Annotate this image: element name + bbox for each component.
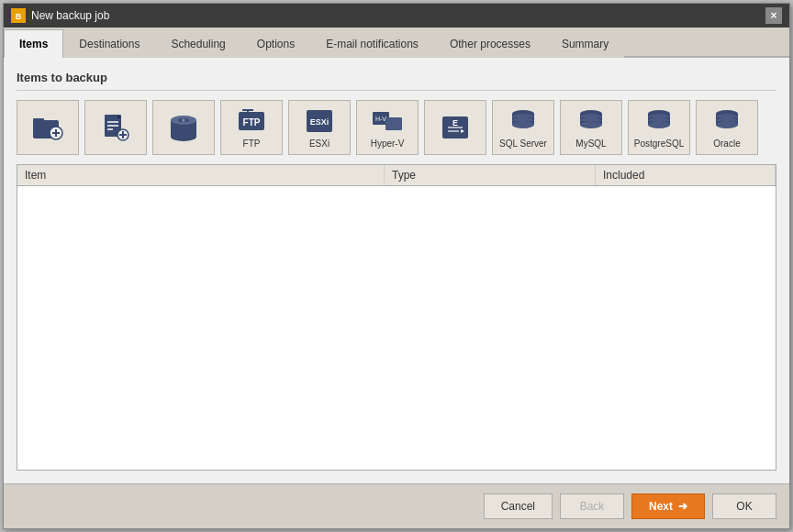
svg-text:H-V: H-V — [375, 116, 386, 122]
svg-point-47 — [580, 121, 602, 128]
icon-postgresql-label: PostgreSQL — [634, 139, 684, 149]
column-type: Type — [385, 165, 596, 185]
close-button[interactable]: × — [765, 7, 782, 24]
svg-rect-3 — [33, 118, 44, 122]
svg-point-61 — [716, 121, 738, 128]
main-window: B New backup job × Items Destinations Sc… — [3, 3, 790, 529]
icon-btn-folder-add[interactable] — [17, 100, 79, 155]
ok-button[interactable]: OK — [712, 493, 776, 519]
next-arrow-icon: ➔ — [678, 500, 687, 513]
back-button[interactable]: Back — [560, 493, 624, 519]
tab-options[interactable]: Options — [241, 29, 310, 58]
tab-other[interactable]: Other processes — [434, 29, 546, 58]
tab-summary[interactable]: Summary — [546, 29, 624, 58]
icon-mysql-label: MySQL — [575, 139, 606, 149]
svg-text:FTP: FTP — [243, 117, 261, 127]
icon-grid: FTP FTP ESXi ESXi H-V — [17, 100, 776, 155]
title-bar: B New backup job × — [4, 4, 789, 28]
table-body — [17, 186, 776, 470]
tab-destinations[interactable]: Destinations — [63, 29, 155, 58]
svg-text:ESXi: ESXi — [310, 117, 329, 127]
footer: Cancel Back Next ➔ OK — [4, 483, 789, 528]
tab-bar: Items Destinations Scheduling Options E-… — [4, 28, 789, 58]
icon-btn-exchange[interactable]: E — [424, 100, 486, 155]
svg-text:B: B — [16, 12, 22, 21]
svg-point-54 — [648, 121, 670, 128]
icon-btn-sqlserver[interactable]: SQL Server — [492, 100, 554, 155]
svg-point-40 — [512, 121, 534, 128]
svg-text:E: E — [452, 118, 458, 127]
window-title: New backup job — [31, 9, 109, 22]
icon-btn-file-add[interactable] — [84, 100, 147, 155]
app-icon: B — [11, 8, 26, 23]
svg-rect-27 — [385, 117, 402, 130]
icon-sqlserver-label: SQL Server — [499, 139, 547, 149]
icon-btn-disk-image[interactable] — [152, 100, 215, 155]
next-button[interactable]: Next ➔ — [631, 493, 705, 519]
svg-point-19 — [183, 119, 185, 122]
icon-hyperv-label: Hyper-V — [371, 139, 405, 149]
icon-btn-mysql[interactable]: MySQL — [560, 100, 622, 155]
tab-scheduling[interactable]: Scheduling — [155, 29, 240, 58]
items-table: Item Type Included — [17, 164, 776, 471]
table-header: Item Type Included — [17, 165, 776, 186]
icon-ftp-label: FTP — [243, 139, 261, 149]
tab-email[interactable]: E-mail notifications — [310, 29, 434, 58]
icon-btn-hyperv[interactable]: H-V Hyper-V — [356, 100, 419, 155]
icon-btn-esxi[interactable]: ESXi ESXi — [288, 100, 351, 155]
cancel-button[interactable]: Cancel — [484, 493, 553, 519]
icon-btn-postgresql[interactable]: PostgreSQL — [628, 100, 690, 155]
icon-esxi-label: ESXi — [309, 139, 329, 149]
icon-oracle-label: Oracle — [713, 139, 740, 149]
column-included: Included — [596, 165, 776, 185]
icon-btn-ftp[interactable]: FTP FTP — [220, 100, 283, 155]
title-bar-left: B New backup job — [11, 8, 109, 23]
tab-items[interactable]: Items — [4, 29, 63, 58]
icon-btn-oracle[interactable]: Oracle — [696, 100, 758, 155]
section-title: Items to backup — [17, 71, 776, 91]
column-item: Item — [17, 165, 385, 185]
content-area: Items to backup — [4, 58, 789, 483]
